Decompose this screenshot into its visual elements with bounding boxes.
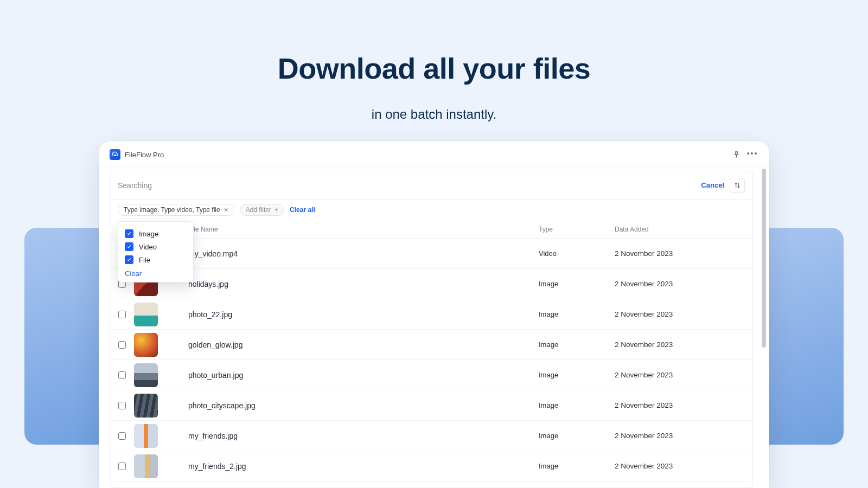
table-row[interactable]: my_friends_2.jpgImage2 November 2023	[110, 451, 752, 481]
row-checkbox[interactable]	[118, 341, 126, 349]
file-type: Image	[539, 401, 615, 409]
file-type: Image	[539, 462, 615, 470]
search-input[interactable]	[118, 181, 701, 190]
search-row: Cancel	[110, 171, 752, 200]
row-checkbox[interactable]	[118, 311, 126, 318]
file-name: my_video.mp4	[183, 249, 539, 258]
checkbox-checked-icon	[125, 229, 133, 238]
dropdown-option-label: Image	[139, 230, 158, 238]
table-row[interactable]: golden_glow.jpgImage2 November 2023	[110, 330, 752, 360]
pin-icon[interactable]	[730, 149, 742, 160]
file-thumbnail	[134, 454, 158, 478]
file-name: photo_cityscape.jpg	[183, 401, 539, 410]
table-header: File Name Type Data Added	[110, 220, 752, 239]
scrollbar[interactable]	[762, 166, 766, 488]
file-name: my_friends.jpg	[183, 432, 539, 440]
file-name: holidays.jpg	[183, 280, 539, 288]
table-row[interactable]: holidays.jpgImage2 November 2023	[110, 269, 752, 299]
file-type: Image	[539, 310, 615, 318]
column-header-date[interactable]: Data Added	[615, 226, 745, 233]
row-checkbox[interactable]	[118, 432, 126, 440]
file-date: 2 November 2023	[615, 432, 745, 440]
file-thumbnail	[134, 424, 158, 448]
scrollbar-thumb[interactable]	[762, 169, 766, 348]
file-name: golden_glow.jpg	[183, 341, 539, 349]
table-row[interactable]: my_friends.jpgImage2 November 2023	[110, 421, 752, 451]
file-thumbnail	[134, 363, 158, 387]
file-type: Image	[539, 371, 615, 379]
column-header-name[interactable]: File Name	[183, 226, 539, 233]
sort-button[interactable]	[730, 178, 745, 193]
filter-row: Type image, Type video, Type file ✕ Add …	[110, 200, 752, 220]
dropdown-option-label: Video	[139, 243, 157, 251]
file-thumbnail	[134, 394, 158, 418]
titlebar: FileFlow Pro •••	[99, 141, 769, 166]
file-date: 2 November 2023	[615, 310, 745, 318]
add-filter-button[interactable]: Add filter +	[240, 204, 284, 216]
dropdown-option-file[interactable]: File	[125, 253, 187, 266]
file-name: my_friends_2.jpg	[183, 462, 539, 471]
file-date: 2 November 2023	[615, 341, 745, 349]
filter-chip-label: Type image, Type video, Type file	[124, 206, 220, 214]
row-checkbox[interactable]	[118, 463, 126, 470]
app-window: FileFlow Pro ••• Cancel	[99, 141, 769, 488]
hero-subtitle: in one batch instantly.	[0, 107, 868, 122]
table-row[interactable]: photo_cityscape.jpgImage2 November 2023	[110, 390, 752, 421]
dropdown-option-label: File	[139, 256, 150, 264]
add-filter-label: Add filter	[246, 206, 271, 214]
file-date: 2 November 2023	[615, 371, 745, 379]
table-row[interactable]: my_video.mp4Video2 November 2023	[110, 239, 752, 269]
checkbox-checked-icon	[125, 242, 133, 251]
file-type: Image	[539, 341, 615, 349]
table-row[interactable]: photo_22.jpgImage2 November 2023	[110, 299, 752, 330]
dropdown-option-video[interactable]: Video	[125, 240, 187, 253]
file-thumbnail	[134, 333, 158, 357]
cancel-button[interactable]: Cancel	[701, 181, 724, 189]
checkbox-checked-icon	[125, 255, 133, 264]
table-row[interactable]: photo_urban.jpgImage2 November 2023	[110, 360, 752, 390]
column-header-type[interactable]: Type	[539, 226, 615, 233]
more-icon[interactable]: •••	[746, 149, 758, 160]
type-filter-dropdown: ImageVideoFileClear	[118, 221, 194, 282]
dropdown-clear-button[interactable]: Clear	[125, 269, 187, 278]
plus-icon: +	[275, 206, 278, 214]
file-type: Image	[539, 432, 615, 440]
row-checkbox[interactable]	[118, 371, 126, 379]
file-date: 2 November 2023	[615, 249, 745, 258]
clear-all-button[interactable]: Clear all	[290, 206, 315, 214]
file-name: photo_22.jpg	[183, 310, 539, 319]
app-logo-icon	[110, 149, 120, 160]
file-date: 2 November 2023	[615, 401, 745, 409]
file-date: 2 November 2023	[615, 462, 745, 470]
app-name: FileFlow Pro	[125, 151, 164, 159]
row-checkbox[interactable]	[118, 402, 126, 409]
content-panel: Cancel Type image, Type video, Type file…	[110, 171, 753, 488]
file-type: Image	[539, 280, 615, 288]
filter-chip-type[interactable]: Type image, Type video, Type file ✕	[118, 204, 234, 216]
remove-filter-icon[interactable]: ✕	[224, 207, 228, 214]
dropdown-option-image[interactable]: Image	[125, 227, 187, 240]
file-name: photo_urban.jpg	[183, 371, 539, 380]
file-type: Video	[539, 249, 615, 258]
file-thumbnail	[134, 303, 158, 326]
hero-title: Download all your files	[0, 52, 868, 85]
file-date: 2 November 2023	[615, 280, 745, 288]
